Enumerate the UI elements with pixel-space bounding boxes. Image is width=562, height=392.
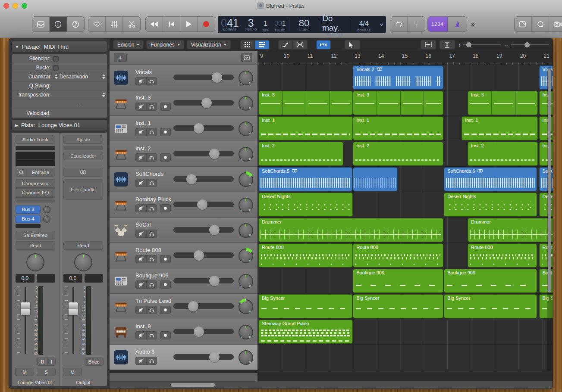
- send-slot-empty[interactable]: [16, 224, 41, 228]
- plugin-slot[interactable]: Compressor: [16, 179, 55, 188]
- record-enable-button[interactable]: [160, 306, 171, 314]
- quick-help-button[interactable]: ?: [67, 17, 84, 31]
- track-header[interactable]: Bombay Pluck LR: [110, 192, 257, 218]
- region[interactable]: [353, 167, 398, 191]
- track-icon[interactable]: [114, 325, 128, 339]
- track-header[interactable]: SoCal LR: [110, 218, 257, 243]
- track-name[interactable]: Bombay Pluck: [135, 196, 171, 202]
- mute-button[interactable]: [135, 357, 146, 365]
- lcd-display-mode-chevron[interactable]: [379, 16, 386, 33]
- vertical-zoom-slider[interactable]: ↕: [458, 42, 501, 47]
- pan-knob[interactable]: LR: [239, 96, 253, 111]
- play-button[interactable]: [180, 17, 198, 31]
- track-name[interactable]: Audio 3: [135, 348, 154, 355]
- solo-button[interactable]: [146, 230, 157, 238]
- track-icon[interactable]: [114, 198, 128, 212]
- bounce-button[interactable]: Bnce: [85, 358, 104, 366]
- volume-slider[interactable]: [173, 202, 234, 207]
- track-icon[interactable]: [114, 249, 128, 263]
- track-header[interactable]: Inst. 1 LR: [110, 116, 257, 141]
- track-lane[interactable]: Big SyncerBig SyncerBig SyncerBig Syncer: [257, 294, 553, 319]
- disclosure-triangle-icon[interactable]: ▼: [15, 45, 19, 49]
- fader-cap[interactable]: [69, 302, 78, 315]
- stereo-format-button[interactable]: [63, 168, 103, 177]
- menu-visualizacion[interactable]: Visualización: [187, 40, 231, 49]
- inspector-row[interactable]: Q-Swing:: [12, 81, 107, 90]
- solo-button[interactable]: [146, 255, 157, 263]
- track-header[interactable]: SoftChords LR: [110, 167, 257, 192]
- strip-name[interactable]: Lounge Vibes 01: [12, 380, 59, 385]
- track-lane[interactable]: Inst. 1Inst. 1Inst. 1Inst. 1: [257, 116, 553, 141]
- region[interactable]: Inst. 3: [353, 91, 443, 115]
- strip-name[interactable]: Output: [60, 380, 107, 385]
- go-to-beginning-button[interactable]: [163, 17, 180, 31]
- volume-slider[interactable]: [173, 354, 234, 360]
- solo-button[interactable]: [146, 77, 157, 85]
- peak-value[interactable]: [85, 274, 104, 283]
- track-lane[interactable]: Inst. 3Inst. 3Inst. 3Inst. 3: [257, 90, 553, 116]
- lcd-field[interactable]: 3 TIEMPO: [242, 16, 260, 33]
- mute-button[interactable]: [135, 280, 146, 289]
- plugin-slot[interactable]: Channel EQ: [16, 188, 55, 197]
- stepper-icon[interactable]: [102, 93, 105, 97]
- region[interactable]: Desert Nights: [444, 193, 537, 217]
- stepper-icon[interactable]: [102, 75, 105, 79]
- track-lane[interactable]: Desert NightsDesert NightsDesert Nights: [257, 192, 553, 218]
- pan-knob[interactable]: LR: [239, 274, 253, 289]
- audio-fx-slot[interactable]: Efec. audio: [63, 179, 103, 200]
- pan-knob[interactable]: LR: [239, 198, 253, 212]
- mute-button[interactable]: [135, 204, 146, 212]
- record-enable-button[interactable]: [160, 204, 171, 212]
- mute-button[interactable]: [135, 103, 146, 111]
- record-enable-button[interactable]: [160, 103, 171, 111]
- solo-button[interactable]: [146, 204, 157, 212]
- track-icon[interactable]: [114, 172, 128, 187]
- volume-value[interactable]: 0,0: [16, 274, 35, 283]
- track-name[interactable]: Inst. 2: [135, 145, 151, 152]
- mute-button[interactable]: [135, 331, 146, 339]
- track-lane[interactable]: [257, 345, 553, 370]
- track-lane[interactable]: Boutique 909Boutique 909Boutique 909: [257, 268, 553, 294]
- loop-browser-button[interactable]: [532, 17, 549, 31]
- region[interactable]: Big Syncer: [353, 294, 443, 318]
- track-header[interactable]: Inst. 9 LR: [110, 319, 257, 345]
- track-icon[interactable]: [114, 96, 128, 110]
- record-enable-button[interactable]: R: [37, 358, 47, 366]
- eq-button[interactable]: Ecualizador: [63, 152, 103, 160]
- volume-slider[interactable]: [173, 125, 234, 131]
- volume-value[interactable]: 0,0: [63, 274, 82, 283]
- track-name[interactable]: Boutique 909: [135, 272, 169, 279]
- mixer-button[interactable]: [106, 17, 123, 31]
- automation-mode-button[interactable]: Read: [63, 241, 103, 250]
- popup-value[interactable]: Desactivado: [60, 74, 100, 80]
- pan-knob[interactable]: LR: [239, 71, 253, 85]
- pan-knob[interactable]: [74, 253, 92, 271]
- track-name[interactable]: SoCal: [135, 221, 151, 228]
- pan-knob[interactable]: LR: [239, 172, 253, 187]
- region[interactable]: Steinway Grand Piano: [258, 320, 353, 344]
- track-header[interactable]: Inst. 3 LR: [110, 90, 257, 116]
- pan-knob[interactable]: LR: [239, 299, 253, 314]
- smart-controls-button[interactable]: [88, 17, 106, 31]
- checkbox[interactable]: [53, 65, 59, 71]
- pan-knob[interactable]: LR: [239, 249, 253, 263]
- volume-slider[interactable]: [173, 75, 234, 80]
- track-name[interactable]: Vocals: [135, 69, 152, 75]
- input-monitoring-button[interactable]: I: [47, 358, 56, 366]
- automation-button[interactable]: [278, 40, 293, 50]
- mute-button[interactable]: [135, 128, 146, 136]
- track-name[interactable]: Tri Pulse Lead: [135, 298, 171, 304]
- track-lane[interactable]: SoftChords.5SoftChords.6SoftChords: [257, 167, 553, 192]
- input-monitor-icon[interactable]: [16, 168, 26, 176]
- lcd-field[interactable]: 001 PULSO: [271, 16, 289, 33]
- horizontal-scroll-thumb[interactable]: [171, 383, 215, 387]
- stepper-icon[interactable]: [55, 75, 58, 79]
- pan-knob[interactable]: LR: [239, 325, 253, 339]
- pan-knob[interactable]: [26, 253, 44, 271]
- disclosure-triangle-icon[interactable]: ▶: [15, 123, 18, 128]
- checkbox[interactable]: [53, 56, 59, 62]
- volume-fader[interactable]: [68, 286, 79, 355]
- lcd-field[interactable]: 1 DIV: [260, 16, 271, 33]
- volume-slider[interactable]: [173, 329, 234, 334]
- track-lane[interactable]: Steinway Grand Piano: [257, 319, 553, 345]
